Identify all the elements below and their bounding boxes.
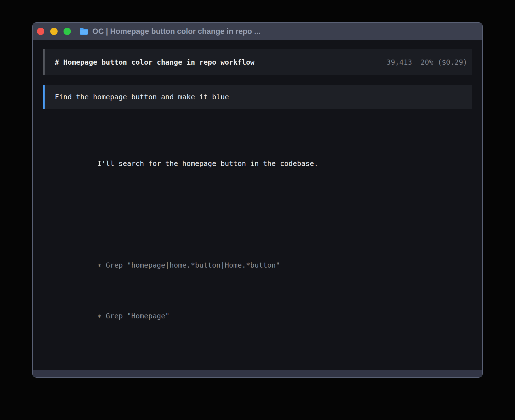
window-titlebar[interactable]: OC | Homepage button color change in rep…: [33, 23, 482, 40]
folder-icon: [79, 28, 88, 35]
window-footer: [33, 370, 482, 378]
terminal-window: OC | Homepage button color change in rep…: [32, 22, 483, 378]
transcript-line: I'll search for the homepage button in t…: [55, 151, 472, 176]
traffic-lights: [37, 28, 71, 35]
minimize-button[interactable]: [50, 28, 58, 35]
assistant-transcript: I'll search for the homepage button in t…: [43, 117, 472, 378]
zoom-button[interactable]: [64, 28, 71, 35]
user-message-block: Find the homepage button and make it blu…: [43, 85, 472, 109]
user-message-text: Find the homepage button and make it blu…: [55, 93, 229, 101]
terminal-content: # Homepage button color change in repo w…: [33, 40, 482, 370]
session-stats: 39,413 20% ($0.29): [387, 58, 467, 66]
token-count: 39,413: [387, 58, 412, 66]
close-button[interactable]: [37, 28, 44, 35]
window-title: OC | Homepage button color change in rep…: [92, 27, 261, 36]
transcript-line: [55, 202, 472, 227]
session-title: # Homepage button color change in repo w…: [55, 58, 254, 66]
transcript-line: ∗ Grep "Homepage": [55, 303, 472, 329]
session-header-block: # Homepage button color change in repo w…: [43, 49, 472, 75]
context-cost: 20% ($0.29): [420, 58, 467, 66]
transcript-line: ∗ Grep "homepage|home.*button|Home.*butt…: [55, 253, 472, 278]
